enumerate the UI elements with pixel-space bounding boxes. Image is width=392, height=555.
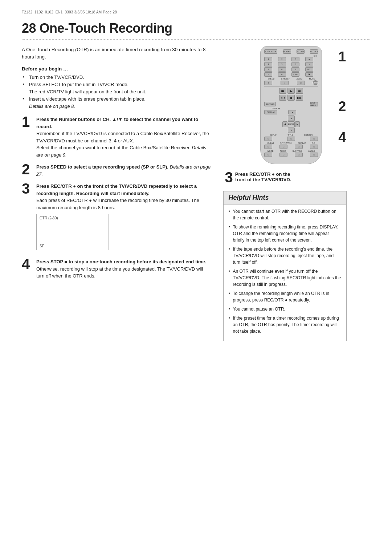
btn-ch-down[interactable]: ▼ xyxy=(305,62,313,66)
nav-right[interactable]: ► xyxy=(295,121,300,127)
step-2-number: 2 xyxy=(22,162,33,177)
btn-plus100[interactable]: +100 xyxy=(291,72,299,77)
nav-enter[interactable]: ENTER xyxy=(288,121,295,127)
helpful-hints-content: You cannot start an OTR with the RECORD … xyxy=(224,204,346,341)
btn-2[interactable]: 2 xyxy=(278,57,286,61)
nav-up[interactable]: ▲ xyxy=(288,116,295,121)
mode-btn-row: □ □ □ □ xyxy=(264,153,318,157)
main-content: A One-Touch Recording (OTR) is an immedi… xyxy=(22,46,370,341)
ab-label: A-B xyxy=(312,142,315,144)
btn-setup[interactable]: □ xyxy=(264,137,272,141)
btn-title[interactable]: □ xyxy=(287,137,295,141)
hint-item: To change the recording length while an … xyxy=(229,290,341,303)
btn-0[interactable]: 0 xyxy=(278,72,286,77)
btn-1[interactable]: 1 xyxy=(264,57,272,61)
step-2: 2 Press SPEED to select a tape recording… xyxy=(22,163,212,178)
step-1: 1 Press the Number buttons or CH. ▲/▼ to… xyxy=(22,116,212,158)
step-3-body: Each press of REC/OTR ● will increase th… xyxy=(36,197,212,211)
nav-cross: ▲ ◄ ENTER ► ▼ xyxy=(282,116,300,133)
hint-item: To show the remaining recording time, pr… xyxy=(229,224,341,243)
step-4-number: 4 xyxy=(22,257,33,271)
audio-label: AUDIO xyxy=(280,150,286,152)
step-1-number: 1 xyxy=(22,114,33,129)
btn-9[interactable]: 9 xyxy=(291,67,299,72)
transport-row-2: ◄◄ ■ ▶▶ xyxy=(264,95,318,101)
nav-down[interactable]: ▼ xyxy=(288,127,295,133)
btn-speed[interactable]: ◄ xyxy=(264,81,272,85)
page-title: 28 One-Touch Recording xyxy=(22,21,370,36)
page: T2132_1102_0102_EN1_0303 3/3/05 10:18 AM… xyxy=(0,0,392,555)
btn-play[interactable]: ▶ xyxy=(287,88,295,94)
record-row: RECORD DISC MENU xyxy=(264,102,318,106)
remote-control: STANDBY/OK PICTURE SLEEP SELECT CH 1 2 3… xyxy=(260,46,322,164)
picture-btn[interactable]: PICTURE xyxy=(283,49,291,54)
btn-clear[interactable]: □ xyxy=(264,145,272,149)
right-step-3-text: Press REC/OTR ● on thefront of the TV/VC… xyxy=(235,170,291,182)
btn-searchmode[interactable]: □ xyxy=(279,145,287,149)
clear-label-row: CLEAR SEARCH MODE REPEAT A-B xyxy=(264,142,318,144)
select-btn[interactable]: SELECT xyxy=(310,49,318,54)
btn-prev[interactable]: ⏮ xyxy=(279,88,286,94)
btn-8[interactable]: 8 xyxy=(278,67,286,72)
btn-5[interactable]: 5 xyxy=(278,62,286,66)
btn-record[interactable]: RECORD xyxy=(264,102,276,106)
btn-4[interactable]: 4 xyxy=(264,62,272,66)
btn-6[interactable]: 6 xyxy=(291,62,299,66)
hint-item: If the tape ends before the recording's … xyxy=(229,246,341,266)
hint-item: If the preset time for a timer recording… xyxy=(229,315,341,335)
btn-vol-label: VOL xyxy=(305,67,313,72)
btn-stop[interactable]: ■ xyxy=(287,95,295,101)
helpful-hints-box: Helpful Hints You cannot start an OTR wi… xyxy=(223,191,347,341)
standby-btn[interactable]: STANDBY/OK xyxy=(264,49,277,54)
return-label: RETURN xyxy=(304,134,313,136)
btn-mute[interactable]: MUTE xyxy=(313,80,318,85)
btn-audio[interactable]: □ xyxy=(279,153,287,157)
btn-zoom[interactable]: □ xyxy=(297,81,305,85)
step-1-content: Press the Number buttons or CH. ▲/▼ to s… xyxy=(36,116,212,158)
btn-3[interactable]: 3 xyxy=(291,57,299,61)
btn-creset[interactable]: □ xyxy=(281,81,289,85)
title-rule xyxy=(22,39,370,40)
btn-pause[interactable]: II xyxy=(264,72,272,77)
btn-ch-up[interactable]: ▲ xyxy=(305,57,313,61)
btn-ff[interactable]: ▶▶ xyxy=(296,95,303,101)
searchmode-label: SEARCH MODE xyxy=(280,142,292,144)
sleep-btn[interactable]: SLEEP xyxy=(297,49,305,54)
btn-up[interactable]: ▲ xyxy=(288,110,296,114)
speed-label-row: SPEED C.RESET ZOOM MUTE xyxy=(264,78,318,80)
btn-next[interactable]: ⏭ xyxy=(296,88,303,94)
hint-item: You cannot start an OTR with the RECORD … xyxy=(229,208,341,221)
zoom-label: ZOOM xyxy=(297,78,303,80)
right-step-3-wrap: 3 Press REC/OTR ● on thefront of the TV/… xyxy=(223,170,291,185)
btn-disc-menu[interactable]: DISC MENU xyxy=(310,102,318,106)
btn-display[interactable]: DISPLAY xyxy=(264,110,277,114)
sp-label: SP xyxy=(40,244,44,248)
right-step-3-number: 3 xyxy=(225,170,233,185)
display-nav-row: DISPLAY ▲ xyxy=(264,110,318,114)
btn-return[interactable]: □ xyxy=(310,137,318,141)
mode-label-row: MODE AUDIO SUBTITLE ANGLE xyxy=(264,150,318,152)
hint-item: You cannot pause an OTR. xyxy=(229,306,341,312)
btn-rewind[interactable]: ◄◄ xyxy=(279,95,286,101)
setup-label-row: SETUP TITLE RETURN xyxy=(264,134,318,136)
step-3-number: 3 xyxy=(22,181,33,196)
btn-mode[interactable]: □ xyxy=(264,153,272,157)
helpful-hints-title: Helpful Hints xyxy=(224,191,346,204)
btn-repeat[interactable]: □ xyxy=(295,145,303,149)
hint-item: An OTR will continue even if you turn of… xyxy=(229,268,341,288)
screen-display: OTR (2-30) SP xyxy=(36,214,109,250)
step-4-body: Otherwise, recording will stop at the ti… xyxy=(36,266,212,280)
nav-left[interactable]: ◄ xyxy=(282,121,287,127)
mute-label: MUTE xyxy=(309,78,315,80)
btn-7[interactable]: 7 xyxy=(264,67,272,72)
title-label: TITLE xyxy=(288,134,293,136)
nav-cross-wrap: ▲ ◄ ENTER ► ▼ xyxy=(264,116,318,133)
speed-btn-row: ◄ □ □ MUTE xyxy=(264,80,318,85)
btn-ab[interactable]: □ xyxy=(310,145,318,149)
before-begin-list: Turn on the TV/VCR/DVD. Press SELECT to … xyxy=(22,74,212,110)
btn-subtitle[interactable]: □ xyxy=(295,153,303,157)
btn-angle[interactable]: □ xyxy=(310,153,318,157)
right-step-1-label: 1 xyxy=(338,49,346,65)
transport-row: ⏮ ▶ ⏭ xyxy=(264,88,318,94)
btn-vol-down[interactable]: ▼ xyxy=(305,72,313,77)
